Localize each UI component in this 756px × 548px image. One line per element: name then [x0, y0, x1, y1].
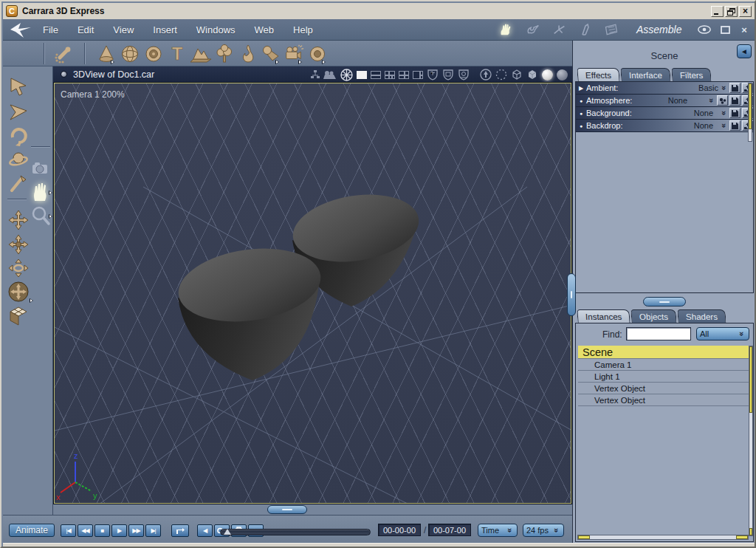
animate-toggle-button[interactable]: Animate: [9, 524, 55, 537]
scale-tool[interactable]: [6, 148, 31, 171]
jump-end-button[interactable]: ▶|: [145, 524, 161, 537]
layout-three-pane-icon[interactable]: [385, 71, 395, 79]
loop-button[interactable]: [171, 524, 189, 537]
ambient-value[interactable]: Basic: [698, 83, 718, 92]
effects-scrollbar[interactable]: [748, 83, 752, 142]
insert-sphere-icon[interactable]: [120, 44, 140, 64]
fast-forward-button[interactable]: ▶▶: [128, 524, 144, 537]
menu-edit[interactable]: Edit: [78, 24, 94, 35]
effect-row-backdrop[interactable]: ● Backdrop: None »: [576, 120, 753, 132]
tab-effects[interactable]: Effects: [577, 68, 619, 82]
save-preset-button[interactable]: [729, 120, 740, 131]
horizontal-splitter-handle[interactable]: [267, 505, 307, 514]
instances-hscrollbar[interactable]: [577, 535, 749, 540]
vertex-object-mesh-1[interactable]: [173, 240, 325, 380]
instances-vscrollbar[interactable]: [749, 346, 753, 536]
play-button[interactable]: ▶: [111, 524, 127, 537]
instances-hscroll-thumb-right[interactable]: [736, 535, 748, 539]
collapse-panel-button[interactable]: ◄: [737, 44, 752, 58]
stop-button[interactable]: ■: [94, 524, 110, 537]
viewport-header[interactable]: 3DView of Doc1.car: [53, 66, 572, 83]
translate-xz-tool[interactable]: [6, 233, 31, 256]
flat-shaded-mode-icon[interactable]: [526, 69, 538, 81]
textured-mode-icon[interactable]: [557, 69, 568, 81]
tab-shaders[interactable]: Shaders: [678, 309, 726, 323]
title-bar[interactable]: C Carrara 3D Express ×: [3, 3, 755, 19]
panel-close-icon[interactable]: ×: [737, 21, 752, 38]
chevron-down-icon[interactable]: »: [707, 97, 716, 104]
tab-filters[interactable]: Filters: [671, 68, 712, 82]
rewind-button[interactable]: ◀◀: [78, 524, 93, 537]
production-frame-icon[interactable]: [323, 70, 337, 80]
render-room-icon[interactable]: [604, 21, 619, 38]
list-item-light1[interactable]: Light 1: [578, 371, 753, 383]
instances-vscroll-end[interactable]: [749, 528, 752, 535]
menu-web[interactable]: Web: [255, 24, 275, 35]
storyboard-room-icon[interactable]: [579, 21, 594, 38]
save-preset-button[interactable]: [729, 95, 740, 106]
eye-icon[interactable]: [697, 21, 712, 38]
select-tool[interactable]: [6, 75, 31, 99]
dolly-tool[interactable]: [6, 280, 31, 304]
restore-button[interactable]: [725, 6, 738, 17]
layout-big-left-icon[interactable]: [413, 71, 423, 79]
bone-tool-icon[interactable]: [53, 44, 74, 64]
layout-single-icon[interactable]: [357, 71, 367, 79]
layout-four-pane-icon[interactable]: [399, 71, 409, 79]
background-value[interactable]: None: [694, 109, 713, 117]
effects-scrollbar-thumb[interactable]: [749, 83, 752, 129]
minimize-button[interactable]: [711, 6, 724, 17]
expand-arrow-icon[interactable]: ▶: [576, 85, 586, 92]
menu-view[interactable]: View: [113, 24, 134, 35]
assemble-room-icon[interactable]: [499, 21, 514, 38]
working-box-tool[interactable]: [6, 304, 31, 328]
insert-plant-icon[interactable]: [214, 44, 235, 64]
current-time-field[interactable]: 00-00-00: [378, 524, 421, 536]
translate-xy-tool[interactable]: [6, 208, 31, 232]
jump-start-button[interactable]: |◀: [61, 524, 76, 537]
instances-hscroll-thumb-left[interactable]: [578, 535, 590, 539]
layout-two-rows-icon[interactable]: [371, 71, 381, 79]
fps-dropdown[interactable]: 24 fps »: [523, 524, 564, 537]
chevron-down-icon[interactable]: »: [720, 109, 729, 117]
list-item-vertex-object-2[interactable]: Vertex Object: [578, 394, 753, 406]
menu-windows[interactable]: Windows: [196, 24, 236, 35]
effect-row-background[interactable]: ● Background: None »: [576, 107, 753, 120]
navigation-ball-icon[interactable]: [340, 69, 353, 81]
menu-file[interactable]: File: [43, 24, 58, 35]
tab-interface[interactable]: Interface: [620, 68, 670, 82]
save-preset-button[interactable]: [729, 83, 740, 93]
panel-maximize-icon[interactable]: [718, 21, 732, 38]
preset-scene-icon[interactable]: [458, 69, 470, 81]
find-input[interactable]: [626, 327, 691, 340]
effect-row-atmosphere[interactable]: ● Atmosphere: None »: [576, 95, 753, 107]
rotate-tool[interactable]: [6, 124, 31, 148]
list-item-camera1[interactable]: Camera 1: [578, 359, 753, 371]
atmosphere-value[interactable]: None: [668, 96, 687, 105]
menu-help[interactable]: Help: [293, 24, 313, 35]
insert-fire-icon[interactable]: [238, 44, 258, 64]
save-preset-button[interactable]: [729, 108, 740, 118]
camera-dolly-icon[interactable]: [28, 157, 53, 180]
chevron-down-icon[interactable]: »: [720, 84, 729, 92]
list-item-scene[interactable]: Scene: [578, 346, 753, 359]
model-room-icon[interactable]: [526, 21, 540, 38]
close-button[interactable]: ×: [739, 6, 752, 17]
hierarchy-icon[interactable]: [311, 69, 320, 80]
vertical-splitter-handle[interactable]: [567, 273, 576, 316]
time-mode-dropdown[interactable]: Time »: [478, 524, 518, 537]
edit-effect-button[interactable]: [717, 95, 728, 106]
viewport-collapse-icon[interactable]: [61, 71, 67, 78]
tab-instances[interactable]: Instances: [577, 309, 630, 323]
shaded-mode-icon[interactable]: [542, 69, 553, 81]
backdrop-value[interactable]: None: [694, 121, 713, 130]
wireframe-mode-icon[interactable]: [511, 69, 523, 81]
total-time-field[interactable]: 00-07-00: [428, 524, 471, 536]
previous-key-button[interactable]: ◀: [197, 524, 213, 537]
move-tool[interactable]: [6, 100, 31, 124]
eyedropper-tool[interactable]: [6, 171, 31, 195]
preset-box-icon[interactable]: [442, 69, 454, 81]
insert-text-icon[interactable]: T: [167, 44, 188, 64]
preset-camera-icon[interactable]: [427, 69, 439, 81]
chevron-down-icon[interactable]: »: [720, 122, 729, 129]
